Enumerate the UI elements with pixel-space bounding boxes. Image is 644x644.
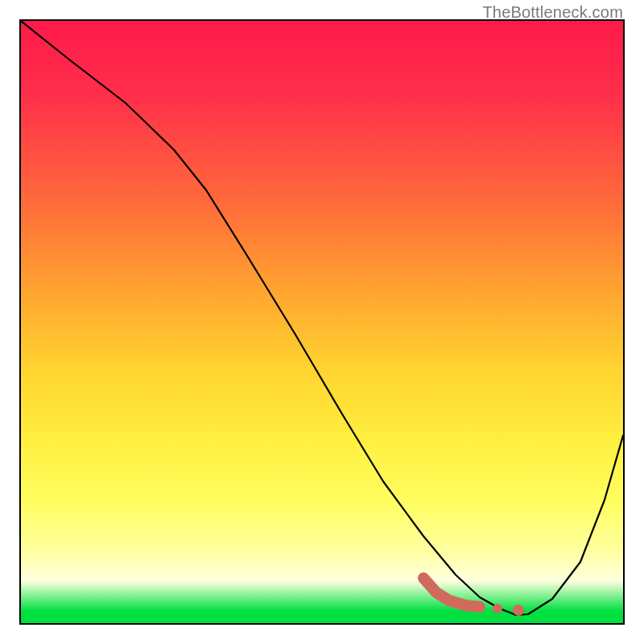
chart-container: TheBottleneck.com xyxy=(0,0,644,644)
chart-border xyxy=(19,19,625,625)
